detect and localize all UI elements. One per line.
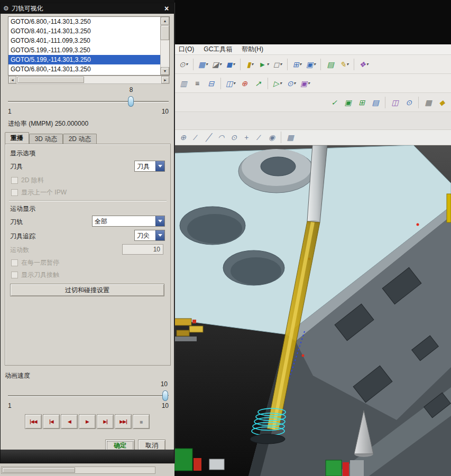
datum-plane-icon[interactable]: ▮▾ <box>244 58 256 71</box>
skip-to-start-icon: |◀◀ <box>30 419 36 424</box>
horizontal-scrollbar[interactable] <box>1 466 155 474</box>
table-icon[interactable]: ▤ <box>324 58 337 71</box>
point-icon[interactable]: ⊕ <box>238 77 251 90</box>
progress-slider[interactable] <box>8 96 169 107</box>
arc-icon[interactable]: ◠ <box>215 132 227 143</box>
tool-display-dropdown[interactable]: 刀具 <box>134 161 165 172</box>
move-object-icon[interactable]: ⊞▾ <box>291 58 303 71</box>
menu-gc-toolbox[interactable]: GC工具箱 <box>204 45 232 54</box>
play-backward-button[interactable]: ◀ <box>61 414 78 429</box>
list-item[interactable]: GOTO/8.401,-114.301,3.250 <box>8 26 160 36</box>
pattern-icon[interactable]: ▣▾ <box>305 58 317 71</box>
skip-to-end-button[interactable]: ▶▶| <box>115 414 132 429</box>
slider-track[interactable] <box>8 395 169 397</box>
sheet-icon[interactable]: ▤ <box>369 96 382 109</box>
close-icon[interactable]: × <box>162 4 171 13</box>
play-next-icon[interactable]: ▷▾ <box>271 77 284 90</box>
frame-icon[interactable]: ▣▾ <box>299 77 311 90</box>
stop-button[interactable]: ■ <box>133 414 150 429</box>
circle-point-icon[interactable]: ⊙ <box>228 132 240 143</box>
chevron-down-icon[interactable] <box>155 161 164 171</box>
zoom-icon[interactable]: ⊙▾ <box>177 58 190 71</box>
tab-3d-dynamic[interactable]: 3D 动态 <box>29 134 63 144</box>
menu-help[interactable]: 帮助(H) <box>242 45 263 54</box>
animation-speed-slider[interactable] <box>8 390 169 401</box>
list-vertical-scrollbar[interactable]: ▲ ▼ <box>160 17 169 75</box>
scroll-down-icon[interactable]: ▼ <box>161 67 169 75</box>
list-item-selected[interactable]: GOTO/5.199,-114.301,3.250 <box>8 55 160 64</box>
checkbox-show-last-ipw: 显示上一个 IPW <box>11 188 67 197</box>
toolpath-dropdown[interactable]: 全部 <box>92 216 165 227</box>
tab-2d-dynamic[interactable]: 2D 动态 <box>63 134 97 144</box>
toolbar-separator <box>418 97 419 108</box>
erase-icon[interactable]: ◪▾ <box>210 58 223 71</box>
toolbar-separator <box>220 78 221 89</box>
dialog-bottom-band <box>1 450 174 463</box>
annotation-icon[interactable]: ✎▾ <box>338 58 351 71</box>
blank-view-icon[interactable]: ◻▾ <box>271 58 284 71</box>
motion-count-label: 运动数 <box>10 246 29 255</box>
dialog-titlebar[interactable]: ⚙ 刀轨可视化 × <box>1 3 174 14</box>
split-window-icon[interactable]: ◫▾ <box>224 77 237 90</box>
probe-icon[interactable]: ⊙ <box>402 96 415 109</box>
list-item[interactable]: GOTO/6.800,-114.301,3.250 <box>8 17 160 26</box>
toolbar-operations: ✓ ▣ ⊞ ▤ ◫ ⊙ ▦ ◆ <box>174 93 451 112</box>
slider-thumb[interactable] <box>162 390 168 401</box>
snap-grid-icon[interactable]: ▦▾ <box>197 58 209 71</box>
checkbox-pause-each-level: 在每一层暂停 <box>11 258 59 267</box>
slider-track[interactable] <box>8 101 169 102</box>
slider-thumb[interactable] <box>128 96 134 107</box>
pane-icon[interactable]: ◫ <box>389 96 401 109</box>
vector-arrow-icon[interactable]: ►▾ <box>257 58 270 71</box>
goto-list[interactable]: GOTO/6.800,-114.301,3.250 GOTO/8.401,-11… <box>8 16 170 76</box>
chevron-down-icon[interactable] <box>155 216 164 226</box>
skip-to-start-button[interactable]: |◀◀ <box>25 414 42 429</box>
list-view-icon[interactable]: ≡ <box>191 77 204 90</box>
gouge-collision-settings-button[interactable]: 过切和碰撞设置 <box>10 284 164 296</box>
checkbox-show-tool-contact: 显示刀具接触 <box>11 270 59 279</box>
slanted-line-icon[interactable]: ╱ <box>203 132 214 143</box>
line-icon[interactable]: ∕ <box>190 132 201 143</box>
scroll-left-icon[interactable]: ◄ <box>8 76 16 83</box>
section-icon[interactable]: ⊟ <box>205 77 217 90</box>
mesh-icon[interactable]: ▦ <box>284 132 296 143</box>
add-block-icon[interactable]: ⊞ <box>355 96 368 109</box>
bottom-scroll-strip <box>0 463 174 476</box>
scrollbar-thumb[interactable] <box>161 25 169 40</box>
toolbar-separator <box>354 59 354 70</box>
workpiece-icon[interactable]: ▣ <box>342 96 354 109</box>
3d-viewport[interactable] <box>174 145 451 476</box>
plus-icon[interactable]: + <box>241 132 252 143</box>
grid-icon[interactable]: ▦ <box>422 96 435 109</box>
list-item[interactable]: GOTO/5.199,-111.099,3.250 <box>8 45 160 55</box>
target-circle-icon[interactable]: ⊙▾ <box>285 77 298 90</box>
cascade-view-icon[interactable]: ▥ <box>177 77 190 90</box>
trend-arrow-icon[interactable]: ↗ <box>252 77 264 90</box>
scrollbar-thumb[interactable] <box>17 77 84 83</box>
list-horizontal-scrollbar[interactable]: ◄ ► <box>8 76 170 84</box>
skip-to-end-icon: ▶▶| <box>119 419 126 424</box>
chevron-down-icon[interactable] <box>155 230 164 240</box>
list-item[interactable]: GOTO/6.800,-114.301,3.250 <box>8 64 160 74</box>
toolbar-separator <box>240 59 241 70</box>
concentric-circle-icon[interactable]: ◉ <box>266 132 278 143</box>
toolpath-visualization-dialog: ⚙ 刀轨可视化 × GOTO/6.800,-114.301,3.250 GOTO… <box>0 3 174 463</box>
tab-replay[interactable]: 重播 <box>5 132 29 144</box>
gem-icon[interactable]: ◆ <box>436 96 448 109</box>
play-forward-button[interactable]: ▶ <box>79 414 96 429</box>
wcs-icon[interactable]: ❖▾ <box>357 58 370 71</box>
solid-cube-icon[interactable]: ◼▾ <box>224 58 237 71</box>
verify-check-icon[interactable]: ✓ <box>328 96 340 109</box>
diagonal-icon[interactable]: ∕ <box>253 132 265 143</box>
step-forward-button[interactable]: ▶| <box>97 414 114 429</box>
step-forward-icon: ▶| <box>103 419 107 424</box>
menu-window[interactable]: 口(O) <box>179 45 194 54</box>
point-snap-icon[interactable]: ⊕ <box>177 132 189 143</box>
scroll-right-icon[interactable]: ► <box>161 76 169 83</box>
tool-trace-dropdown[interactable]: 刀尖 <box>134 230 165 241</box>
list-item[interactable]: GOTO/8.401,-111.099,3.250 <box>8 36 160 45</box>
scroll-up-icon[interactable]: ▲ <box>161 17 169 25</box>
window-chrome-top <box>174 0 451 44</box>
scrollbar-thumb[interactable] <box>2 468 75 473</box>
step-to-start-button[interactable]: |◀ <box>43 414 60 429</box>
